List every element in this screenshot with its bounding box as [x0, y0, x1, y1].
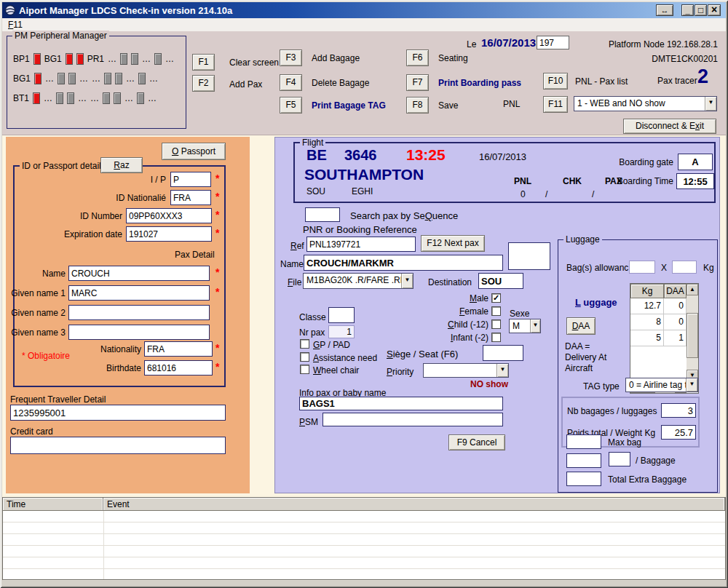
chevron-down-icon[interactable]: ▼	[530, 319, 540, 333]
given-name3-field[interactable]	[68, 325, 210, 340]
flight-chk-header: CHK	[563, 176, 582, 186]
bag-allowance-kg-field[interactable]	[672, 261, 697, 274]
peripheral-label: …	[108, 54, 116, 64]
given-name2-field[interactable]	[68, 305, 210, 320]
peripheral-label: …	[124, 93, 133, 103]
luggage-table-header-daa[interactable]: DAA	[664, 284, 687, 298]
wheelchair-checkbox[interactable]	[300, 365, 309, 374]
classe-field[interactable]	[328, 307, 355, 323]
pm-peripheral-group: PM Peripheral Manager BP1BG1PR1……… BG1………	[7, 36, 186, 129]
passenger-identity-panel: O Passport ID or Passport detail Raz I /…	[6, 137, 250, 493]
raz-button[interactable]: Raz	[100, 157, 143, 173]
close-button[interactable]: ×	[708, 4, 721, 16]
peripheral-status-idle-icon	[120, 53, 127, 65]
file-dropdown[interactable]: M1BAG20K .R/FARE .RN/N ▼	[303, 273, 414, 289]
luggage-table-header-kg[interactable]: Kg	[630, 284, 664, 298]
male-checkbox[interactable]: ✓	[491, 293, 501, 303]
tag-type-dropdown[interactable]: 0 = Airline tag t ▼	[625, 378, 698, 392]
peripheral-label: …	[149, 74, 158, 84]
per-baggage-field1[interactable]	[566, 453, 601, 468]
name-field[interactable]	[68, 266, 210, 281]
child-checkbox[interactable]	[491, 319, 501, 329]
peripheral-label: …	[79, 74, 88, 84]
chevron-down-icon[interactable]: ▼	[401, 274, 413, 288]
pax-name-label: Name	[280, 259, 304, 269]
next-pax-button[interactable]: F12 Next pax	[421, 235, 485, 252]
maximize-button[interactable]: □	[695, 4, 707, 16]
f5-button[interactable]: F5	[280, 97, 302, 114]
peripheral-status-idle-icon	[137, 92, 144, 104]
nationality-field[interactable]	[144, 341, 213, 357]
f4-button[interactable]: F4	[280, 74, 302, 91]
flight-iata: SOU	[306, 186, 325, 196]
boarding-time-field[interactable]	[676, 173, 714, 189]
info-pax-field[interactable]	[299, 397, 503, 410]
total-extra-field[interactable]	[566, 472, 601, 486]
id-nationality-field[interactable]	[170, 190, 211, 205]
infant-checkbox[interactable]	[491, 333, 501, 342]
infant-label: Infant (-2)	[430, 333, 488, 343]
nb-bagages-field[interactable]	[661, 403, 696, 418]
credit-card-field[interactable]	[10, 437, 226, 454]
destination-field[interactable]	[478, 273, 523, 289]
f1-button[interactable]: F1	[192, 54, 215, 71]
expiration-date-field[interactable]	[126, 226, 212, 242]
pax-detail-label: Pax Detail	[175, 250, 215, 260]
nrpax-field[interactable]	[328, 325, 355, 338]
male-label: Male	[430, 293, 488, 303]
sequence-search-input[interactable]	[305, 207, 340, 222]
f10-button[interactable]: F10	[543, 73, 568, 90]
peripheral-status-idle-icon	[115, 73, 122, 84]
psm-field[interactable]	[323, 413, 503, 426]
sexe-dropdown[interactable]: M ▼	[509, 319, 541, 333]
f1-label: Clear screen	[229, 57, 279, 68]
log-header-time[interactable]: Time	[3, 498, 103, 511]
chevron-down-icon[interactable]: ▼	[705, 97, 716, 111]
f2-button[interactable]: F2	[192, 75, 215, 92]
flight-group-title: Flight	[300, 138, 325, 148]
chevron-down-icon[interactable]: ▼	[496, 364, 508, 377]
boarding-gate-field[interactable]	[678, 154, 713, 170]
pax-name-field[interactable]	[304, 255, 503, 271]
female-checkbox[interactable]	[491, 306, 501, 316]
ref-field[interactable]	[306, 237, 416, 252]
peripheral-label: …	[92, 74, 100, 84]
priority-dropdown[interactable]: ▼	[423, 363, 509, 378]
frequent-traveller-field[interactable]	[10, 405, 226, 421]
pnl-filter-dropdown[interactable]: 1 - WEB and NO show ▼	[574, 96, 717, 111]
max-bag-field[interactable]	[566, 434, 601, 449]
vertical-scrollbar-thumb[interactable]	[687, 313, 698, 358]
birthdate-field[interactable]	[144, 360, 213, 376]
gp-pad-checkbox[interactable]	[300, 339, 309, 349]
chevron-down-icon[interactable]: ▼	[686, 378, 697, 392]
f3-button[interactable]: F3	[280, 49, 302, 66]
per-baggage-field2[interactable]	[609, 452, 630, 466]
f10-label: PNL - Pax list	[575, 76, 628, 87]
given-name1-field[interactable]	[68, 285, 210, 301]
passport-button[interactable]: O Passport	[162, 143, 226, 160]
pm-row-bp1: BP1BG1PR1………	[13, 52, 186, 65]
minimize-button[interactable]: _	[681, 4, 694, 16]
no-show-label: NO show	[470, 379, 508, 389]
log-row	[3, 534, 725, 546]
poids-total-field[interactable]	[661, 425, 696, 440]
f11-button[interactable]: F11	[543, 96, 568, 113]
ip-field[interactable]	[170, 172, 211, 187]
bag-allowance-count-field[interactable]	[629, 261, 655, 274]
f6-button[interactable]: F6	[406, 49, 429, 66]
log-header-event[interactable]: Event	[103, 498, 725, 511]
resize-button[interactable]: ↔	[656, 4, 673, 16]
seat-field[interactable]	[483, 345, 523, 361]
scroll-up-button[interactable]: ▲	[687, 284, 698, 295]
luggage-weight-cell: 12.7	[630, 298, 664, 314]
f7-button[interactable]: F7	[406, 74, 429, 91]
daa-button[interactable]: DAA	[566, 317, 596, 335]
classe-label: Classe	[299, 312, 326, 322]
cancel-button[interactable]: F9 Cancel	[448, 434, 505, 450]
id-number-field[interactable]	[126, 208, 212, 223]
menu-item-f11[interactable]: F11	[8, 20, 23, 30]
ip-required-asterisk: *	[215, 172, 219, 184]
disconnect-exit-button[interactable]: Disconnect & Exit	[623, 119, 716, 134]
f8-button[interactable]: F8	[406, 97, 429, 114]
assistance-checkbox[interactable]	[300, 352, 309, 362]
